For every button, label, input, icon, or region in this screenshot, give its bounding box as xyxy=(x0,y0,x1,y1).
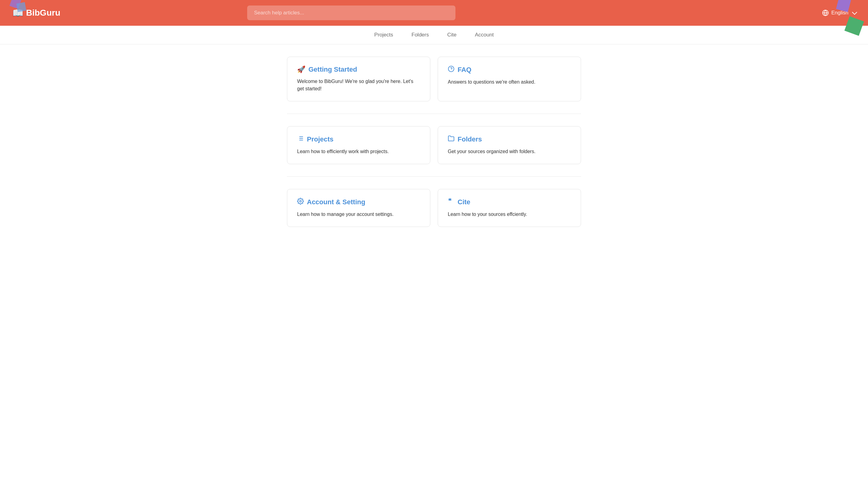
card-projects-desc: Learn how to efficiently work with proje… xyxy=(297,148,420,155)
card-account-title: Account & Setting xyxy=(297,198,420,206)
card-faq[interactable]: FAQ Answers to questions we're often ask… xyxy=(438,57,581,102)
globe-icon xyxy=(822,10,829,16)
header: 📖 BibGuru English xyxy=(0,0,868,26)
language-selector[interactable]: English xyxy=(822,10,856,16)
main-content: 🚀 Getting Started Welcome to BibGuru! We… xyxy=(281,44,587,257)
list-icon xyxy=(297,135,304,143)
logo-text: BibGuru xyxy=(26,8,60,18)
card-projects-title: Projects xyxy=(297,135,420,143)
svg-text:❝: ❝ xyxy=(448,198,451,204)
card-account-desc: Learn how to manage your account setting… xyxy=(297,211,420,218)
cards-row-2: Projects Learn how to efficiently work w… xyxy=(287,126,581,164)
card-getting-started[interactable]: 🚀 Getting Started Welcome to BibGuru! We… xyxy=(287,57,430,102)
logo[interactable]: 📖 BibGuru xyxy=(12,8,60,18)
nav-folders[interactable]: Folders xyxy=(412,32,429,38)
card-getting-started-desc: Welcome to BibGuru! We're so glad you're… xyxy=(297,78,420,93)
chevron-down-icon xyxy=(852,10,857,15)
cards-row-3: Account & Setting Learn how to manage yo… xyxy=(287,189,581,227)
card-faq-desc: Answers to questions we're often asked. xyxy=(448,78,571,86)
divider-1 xyxy=(287,114,581,114)
card-cite[interactable]: ❝ Cite Learn how to your sources effcien… xyxy=(438,189,581,227)
nav-cite[interactable]: Cite xyxy=(447,32,456,38)
card-cite-title: ❝ Cite xyxy=(448,198,571,206)
quote-icon: ❝ xyxy=(448,198,454,206)
rocket-icon: 🚀 xyxy=(297,65,306,74)
divider-2 xyxy=(287,177,581,177)
cards-row-1: 🚀 Getting Started Welcome to BibGuru! We… xyxy=(287,57,581,102)
language-label: English xyxy=(831,10,848,16)
question-circle-icon xyxy=(448,65,454,74)
logo-icon: 📖 xyxy=(12,8,24,18)
gear-icon xyxy=(297,198,304,206)
card-account-setting[interactable]: Account & Setting Learn how to manage yo… xyxy=(287,189,430,227)
card-folders-desc: Get your sources organized with folders. xyxy=(448,148,571,155)
nav-account[interactable]: Account xyxy=(475,32,493,38)
svg-point-12 xyxy=(300,200,301,202)
search-container xyxy=(247,6,456,20)
main-nav: Projects Folders Cite Account xyxy=(0,26,868,44)
card-cite-desc: Learn how to your sources effciently. xyxy=(448,211,571,218)
folder-icon xyxy=(448,135,454,143)
search-input[interactable] xyxy=(247,6,456,20)
card-faq-title: FAQ xyxy=(448,65,571,74)
card-folders-title: Folders xyxy=(448,135,571,143)
card-projects[interactable]: Projects Learn how to efficiently work w… xyxy=(287,126,430,164)
card-folders[interactable]: Folders Get your sources organized with … xyxy=(438,126,581,164)
card-getting-started-title: 🚀 Getting Started xyxy=(297,65,420,74)
nav-projects[interactable]: Projects xyxy=(374,32,393,38)
